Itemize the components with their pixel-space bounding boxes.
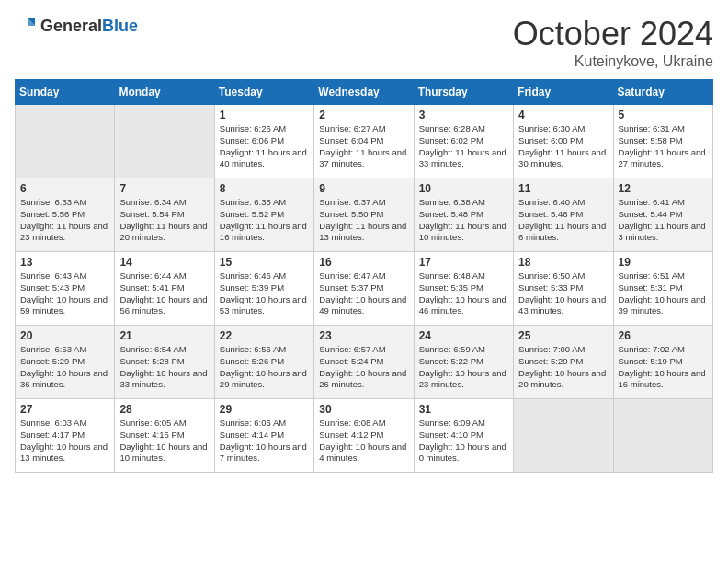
title-block: October 2024 Kuteinykove, Ukraine	[513, 15, 713, 70]
cell-info: Sunrise: 6:05 AM Sunset: 4:15 PM Dayligh…	[119, 418, 209, 465]
day-number: 1	[220, 109, 309, 121]
day-number: 28	[119, 403, 209, 416]
day-number: 22	[220, 329, 309, 342]
day-header-saturday: Saturday	[613, 80, 712, 105]
calendar-week-2: 6Sunrise: 6:33 AM Sunset: 5:56 PM Daylig…	[16, 178, 713, 252]
cell-info: Sunrise: 7:02 AM Sunset: 5:19 PM Dayligh…	[619, 344, 708, 391]
day-number: 25	[518, 329, 608, 342]
day-number: 17	[419, 256, 508, 269]
calendar-table: SundayMondayTuesdayWednesdayThursdayFrid…	[15, 79, 713, 473]
day-number: 29	[220, 403, 309, 416]
calendar-cell: 31Sunrise: 6:09 AM Sunset: 4:10 PM Dayli…	[414, 399, 513, 473]
cell-info: Sunrise: 6:33 AM Sunset: 5:56 PM Dayligh…	[20, 197, 109, 244]
calendar-cell	[613, 399, 712, 473]
cell-info: Sunrise: 6:30 AM Sunset: 6:00 PM Dayligh…	[518, 123, 608, 170]
day-number: 18	[518, 256, 608, 269]
calendar-cell: 13Sunrise: 6:43 AM Sunset: 5:43 PM Dayli…	[16, 252, 115, 326]
calendar-cell: 2Sunrise: 6:27 AM Sunset: 6:04 PM Daylig…	[314, 105, 414, 178]
cell-info: Sunrise: 6:37 AM Sunset: 5:50 PM Dayligh…	[319, 197, 408, 244]
day-number: 3	[419, 109, 508, 121]
day-number: 26	[619, 329, 708, 342]
cell-info: Sunrise: 6:40 AM Sunset: 5:46 PM Dayligh…	[518, 197, 608, 244]
day-header-monday: Monday	[115, 80, 214, 105]
day-header-wednesday: Wednesday	[314, 80, 414, 105]
day-number: 2	[319, 109, 408, 121]
day-number: 15	[220, 256, 309, 269]
cell-info: Sunrise: 6:47 AM Sunset: 5:37 PM Dayligh…	[319, 270, 408, 317]
calendar-cell: 20Sunrise: 6:53 AM Sunset: 5:29 PM Dayli…	[16, 326, 115, 399]
calendar-cell: 15Sunrise: 6:46 AM Sunset: 5:39 PM Dayli…	[214, 252, 313, 326]
cell-info: Sunrise: 6:03 AM Sunset: 4:17 PM Dayligh…	[20, 418, 109, 465]
day-header-thursday: Thursday	[414, 80, 513, 105]
calendar-week-4: 20Sunrise: 6:53 AM Sunset: 5:29 PM Dayli…	[16, 326, 713, 399]
calendar-cell: 1Sunrise: 6:26 AM Sunset: 6:06 PM Daylig…	[214, 105, 313, 178]
calendar-cell: 16Sunrise: 6:47 AM Sunset: 5:37 PM Dayli…	[314, 252, 414, 326]
day-number: 14	[119, 256, 209, 269]
calendar-cell	[514, 399, 613, 473]
calendar-week-1: 1Sunrise: 6:26 AM Sunset: 6:06 PM Daylig…	[16, 105, 713, 178]
calendar-cell: 22Sunrise: 6:56 AM Sunset: 5:26 PM Dayli…	[214, 326, 313, 399]
calendar-cell: 27Sunrise: 6:03 AM Sunset: 4:17 PM Dayli…	[16, 399, 115, 473]
logo: GeneralBlue	[15, 15, 138, 37]
calendar-week-3: 13Sunrise: 6:43 AM Sunset: 5:43 PM Dayli…	[16, 252, 713, 326]
day-number: 11	[518, 182, 608, 195]
calendar-cell: 24Sunrise: 6:59 AM Sunset: 5:22 PM Dayli…	[414, 326, 513, 399]
day-number: 12	[619, 182, 708, 195]
calendar-cell: 6Sunrise: 6:33 AM Sunset: 5:56 PM Daylig…	[16, 178, 115, 252]
day-number: 21	[119, 329, 209, 342]
location-title: Kuteinykove, Ukraine	[513, 53, 713, 70]
cell-info: Sunrise: 6:57 AM Sunset: 5:24 PM Dayligh…	[319, 344, 408, 391]
day-number: 7	[119, 182, 209, 195]
cell-info: Sunrise: 6:59 AM Sunset: 5:22 PM Dayligh…	[419, 344, 508, 391]
day-number: 9	[319, 182, 408, 195]
logo-general: GeneralBlue	[40, 17, 138, 36]
cell-info: Sunrise: 6:48 AM Sunset: 5:35 PM Dayligh…	[419, 270, 508, 317]
calendar-cell: 3Sunrise: 6:28 AM Sunset: 6:02 PM Daylig…	[414, 105, 513, 178]
calendar-cell: 10Sunrise: 6:38 AM Sunset: 5:48 PM Dayli…	[414, 178, 513, 252]
calendar-cell: 30Sunrise: 6:08 AM Sunset: 4:12 PM Dayli…	[314, 399, 414, 473]
cell-info: Sunrise: 6:53 AM Sunset: 5:29 PM Dayligh…	[20, 344, 109, 391]
day-number: 16	[319, 256, 408, 269]
cell-info: Sunrise: 6:08 AM Sunset: 4:12 PM Dayligh…	[319, 418, 408, 465]
calendar-cell: 21Sunrise: 6:54 AM Sunset: 5:28 PM Dayli…	[115, 326, 214, 399]
cell-info: Sunrise: 6:28 AM Sunset: 6:02 PM Dayligh…	[419, 123, 508, 170]
calendar-cell: 12Sunrise: 6:41 AM Sunset: 5:44 PM Dayli…	[613, 178, 712, 252]
cell-info: Sunrise: 6:56 AM Sunset: 5:26 PM Dayligh…	[220, 344, 309, 391]
calendar-cell: 17Sunrise: 6:48 AM Sunset: 5:35 PM Dayli…	[414, 252, 513, 326]
calendar-cell	[16, 105, 115, 178]
cell-info: Sunrise: 6:06 AM Sunset: 4:14 PM Dayligh…	[220, 418, 309, 465]
page-header: GeneralBlue October 2024 Kuteinykove, Uk…	[15, 15, 713, 70]
day-number: 4	[518, 109, 608, 121]
cell-info: Sunrise: 6:27 AM Sunset: 6:04 PM Dayligh…	[319, 123, 408, 170]
month-title: October 2024	[513, 15, 713, 53]
cell-info: Sunrise: 6:26 AM Sunset: 6:06 PM Dayligh…	[220, 123, 309, 170]
calendar-cell	[115, 105, 214, 178]
calendar-cell: 5Sunrise: 6:31 AM Sunset: 5:58 PM Daylig…	[613, 105, 712, 178]
day-number: 20	[20, 329, 109, 342]
day-number: 27	[20, 403, 109, 416]
cell-info: Sunrise: 6:34 AM Sunset: 5:54 PM Dayligh…	[119, 197, 209, 244]
cell-info: Sunrise: 6:35 AM Sunset: 5:52 PM Dayligh…	[220, 197, 309, 244]
calendar-cell: 28Sunrise: 6:05 AM Sunset: 4:15 PM Dayli…	[115, 399, 214, 473]
calendar-cell: 7Sunrise: 6:34 AM Sunset: 5:54 PM Daylig…	[115, 178, 214, 252]
cell-info: Sunrise: 6:54 AM Sunset: 5:28 PM Dayligh…	[119, 344, 209, 391]
calendar-cell: 19Sunrise: 6:51 AM Sunset: 5:31 PM Dayli…	[613, 252, 712, 326]
cell-info: Sunrise: 6:46 AM Sunset: 5:39 PM Dayligh…	[220, 270, 309, 317]
cell-info: Sunrise: 6:43 AM Sunset: 5:43 PM Dayligh…	[20, 270, 109, 317]
cell-info: Sunrise: 6:38 AM Sunset: 5:48 PM Dayligh…	[419, 197, 508, 244]
calendar-cell: 18Sunrise: 6:50 AM Sunset: 5:33 PM Dayli…	[514, 252, 613, 326]
day-number: 19	[619, 256, 708, 269]
day-number: 31	[419, 403, 508, 416]
day-header-sunday: Sunday	[16, 80, 115, 105]
calendar-cell: 8Sunrise: 6:35 AM Sunset: 5:52 PM Daylig…	[214, 178, 313, 252]
cell-info: Sunrise: 6:44 AM Sunset: 5:41 PM Dayligh…	[119, 270, 209, 317]
day-number: 24	[419, 329, 508, 342]
cell-info: Sunrise: 6:31 AM Sunset: 5:58 PM Dayligh…	[619, 123, 708, 170]
day-number: 6	[20, 182, 109, 195]
day-header-friday: Friday	[514, 80, 613, 105]
calendar-cell: 9Sunrise: 6:37 AM Sunset: 5:50 PM Daylig…	[314, 178, 414, 252]
calendar-cell: 11Sunrise: 6:40 AM Sunset: 5:46 PM Dayli…	[514, 178, 613, 252]
calendar-cell: 25Sunrise: 7:00 AM Sunset: 5:20 PM Dayli…	[514, 326, 613, 399]
day-number: 8	[220, 182, 309, 195]
day-header-tuesday: Tuesday	[214, 80, 313, 105]
